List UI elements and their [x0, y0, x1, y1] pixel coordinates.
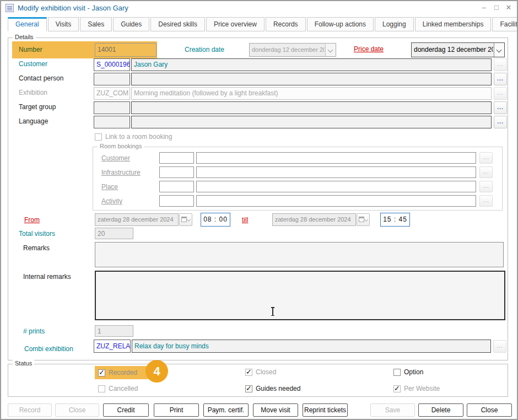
contact-person-code-field[interactable] [94, 73, 130, 85]
checkbox-icon[interactable] [245, 369, 252, 376]
price-date-label[interactable]: Price date [354, 45, 384, 53]
chevron-down-icon[interactable] [494, 43, 504, 57]
window: Modify exhibition visit - Jason Gary – □… [0, 0, 518, 420]
language-name-field[interactable] [131, 116, 492, 128]
number-label: Number [19, 46, 42, 53]
exhibition-name-field: Morning meditation (followed by a light … [131, 87, 492, 100]
app-form-icon [6, 4, 14, 12]
room-infrastructure-name-field [196, 166, 476, 178]
customer-lookup-button[interactable]: ... [494, 58, 507, 71]
internal-remarks-textarea[interactable] [95, 271, 505, 320]
remarks-textarea[interactable] [95, 242, 504, 267]
price-date-value: donderdag 12 december 2024 [414, 43, 493, 57]
number-field[interactable]: 14001 [95, 43, 157, 57]
exhibition-lookup-button: ... [494, 87, 507, 100]
room-activity-label: Activity [101, 197, 122, 205]
chevron-down-icon[interactable] [325, 44, 336, 56]
link-room-booking-label: Link to a room booking [105, 133, 172, 141]
till-time-field[interactable]: 15 : 45 [380, 213, 410, 227]
contact-person-lookup-button[interactable]: ... [494, 73, 507, 85]
checkbox-icon[interactable] [393, 385, 401, 392]
room-place-label: Place [101, 183, 118, 191]
room-infrastructure-label: Infrastructure [101, 169, 141, 176]
target-group-code-field[interactable] [94, 101, 130, 114]
room-bookings-legend: Room bookings [98, 143, 144, 149]
checkbox-icon[interactable] [98, 385, 105, 392]
tab-guides[interactable]: Guides [113, 17, 149, 31]
checkbox-icon[interactable] [245, 385, 252, 392]
room-activity-code-field [159, 195, 194, 207]
text-cursor-icon [272, 308, 273, 315]
tab-visits[interactable]: Visits [48, 17, 79, 31]
reprint-tickets-button[interactable]: Reprint tickets [303, 403, 348, 417]
maximize-icon[interactable]: □ [491, 2, 502, 13]
creation-date-label: Creation date [185, 46, 224, 53]
guides-needed-label: Guides needed [256, 385, 300, 392]
print-button[interactable]: Print [154, 403, 199, 417]
remarks-label: Remarks [23, 244, 50, 252]
total-visitors-label: Total visitors [19, 230, 55, 238]
from-time-field[interactable]: 08 : 00 [201, 213, 230, 227]
minimize-icon[interactable]: – [478, 2, 489, 13]
window-title: Modify exhibition visit - Jason Gary [18, 4, 128, 12]
cancelled-checkbox: Cancelled [98, 385, 138, 392]
tab-desired-skills[interactable]: Desired skills [150, 17, 205, 31]
checkbox-icon[interactable] [393, 369, 401, 376]
cancelled-label: Cancelled [109, 385, 138, 392]
language-label: Language [19, 117, 48, 125]
close-visit-button: Close [55, 403, 99, 417]
language-code-field[interactable] [94, 116, 130, 128]
contact-person-label: Contact person [19, 74, 63, 82]
room-place-code-field [159, 181, 194, 192]
total-visitors-field: 20 [95, 228, 133, 239]
delete-button[interactable]: Delete [418, 403, 463, 417]
move-visit-button[interactable]: Move visit [253, 403, 298, 417]
step-badge: 4 [145, 360, 168, 383]
prints-field: 1 [95, 325, 133, 337]
guides-needed-checkbox: Guides needed [245, 385, 300, 392]
credit-button[interactable]: Credit [103, 403, 149, 417]
option-checkbox: Option [393, 368, 423, 376]
target-group-name-field[interactable] [131, 101, 492, 114]
till-label[interactable]: till [242, 216, 248, 224]
save-button: Save [370, 403, 415, 417]
tab-sales[interactable]: Sales [80, 17, 112, 31]
per-website-label: Per Website [404, 385, 440, 392]
target-group-label: Target group [19, 103, 56, 111]
customer-name-field[interactable]: Jason Gary [131, 58, 492, 71]
per-website-checkbox: Per Website [393, 385, 440, 392]
tab-facility-bookings[interactable]: Facility bookings [492, 17, 518, 31]
option-label: Option [404, 368, 423, 376]
tab-logging[interactable]: Logging [375, 17, 414, 31]
creation-date-value: donderdag 12 december 2024 [252, 44, 325, 56]
combi-exhibition-lookup-button[interactable]: ... [493, 340, 506, 353]
prints-label: # prints [23, 327, 45, 335]
room-infrastructure-lookup-button: ... [479, 166, 493, 178]
from-label[interactable]: From [24, 216, 40, 224]
price-date-combo[interactable]: donderdag 12 december 2024 [411, 42, 505, 57]
checkbox-icon[interactable] [95, 133, 102, 141]
combi-exhibition-name-field[interactable]: Relax day for busy minds [132, 340, 491, 353]
tab-records[interactable]: Records [266, 17, 306, 31]
tab-general[interactable]: General [8, 17, 47, 31]
close-icon[interactable]: ✕ [503, 2, 514, 13]
room-customer-code-field [159, 152, 194, 164]
room-infrastructure-code-field [159, 166, 194, 178]
closed-checkbox: Closed [245, 368, 276, 376]
payment-certificate-button[interactable]: Paym. certif. [203, 403, 249, 417]
combi-exhibition-code-field[interactable]: ZUZ_RELA [94, 340, 131, 353]
language-lookup-button[interactable]: ... [494, 116, 507, 128]
tab-linked-memberships[interactable]: Linked memberships [415, 17, 492, 31]
tab-follow-up-actions[interactable]: Follow-up actions [307, 17, 374, 31]
contact-person-name-field[interactable] [131, 73, 492, 85]
checkbox-icon[interactable] [98, 369, 105, 376]
customer-code-field[interactable]: S_0000196 [94, 58, 130, 71]
tab-price-overview[interactable]: Price overview [206, 17, 265, 31]
exhibition-code-field: ZUZ_COM [94, 87, 130, 100]
details-legend: Details [13, 34, 36, 40]
target-group-lookup-button[interactable]: ... [494, 101, 507, 114]
creation-date-combo[interactable]: donderdag 12 december 2024 [249, 43, 336, 57]
recorded-checkbox: Recorded [98, 369, 137, 376]
room-customer-label: Customer [101, 154, 130, 162]
close-button[interactable]: Close [467, 403, 512, 417]
